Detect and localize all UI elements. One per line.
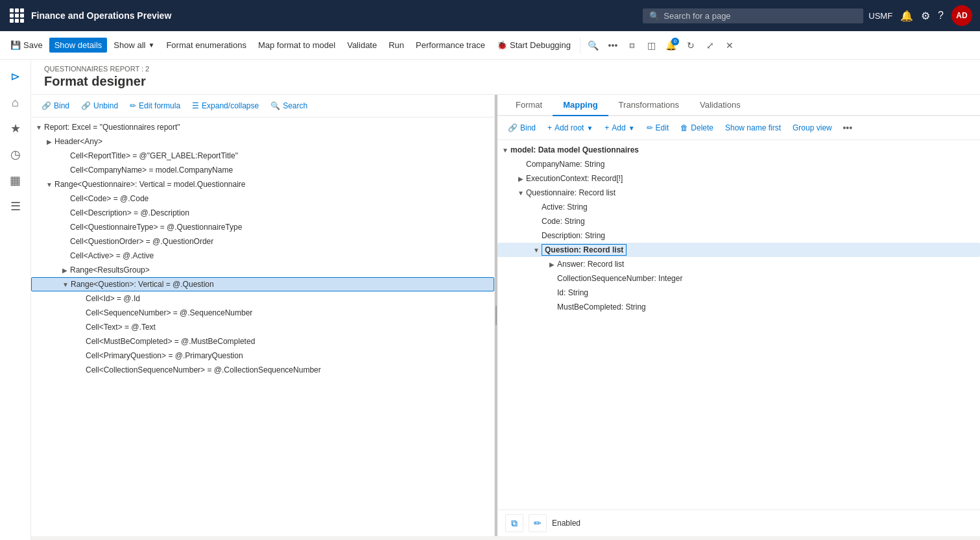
run-button[interactable]: Run	[383, 38, 409, 53]
toolbar-search-button[interactable]: 🔍	[584, 36, 603, 55]
toolbar-refresh-button[interactable]: ↻	[682, 36, 700, 55]
status-bar: ⧉ ✏ Enabled	[497, 509, 980, 536]
region-label: USMF	[868, 11, 892, 21]
show-all-button[interactable]: Show all ▼	[108, 38, 160, 53]
toolbar-close-button[interactable]: ✕	[721, 36, 739, 55]
tree-node-cell-description[interactable]: Cell<Description> = @.Description	[31, 206, 494, 220]
edit-formula-button[interactable]: ✏ Edit formula	[125, 99, 185, 113]
copy-button[interactable]: ⧉	[505, 514, 523, 532]
model-node-label: CompanyName: String	[526, 160, 604, 169]
model-toggle-exec[interactable]: ▶	[516, 173, 526, 184]
tree-toggle-root[interactable]: ▼	[34, 122, 44, 132]
nav-calendar-icon[interactable]: ▦	[4, 169, 27, 192]
save-button[interactable]: 💾 Save	[5, 38, 48, 53]
model-node-question[interactable]: ▼ Question: Record list	[497, 243, 980, 257]
delete-button-right[interactable]: 🗑 Delete	[675, 121, 719, 135]
tree-node-label: Cell<PrimaryQuestion> = @.PrimaryQuestio…	[86, 351, 243, 360]
performance-trace-button[interactable]: Performance trace	[411, 38, 490, 53]
model-node-description[interactable]: Description: String	[497, 228, 980, 243]
show-name-first-button[interactable]: Show name first	[720, 121, 786, 135]
tree-node-cell-seqnum[interactable]: Cell<SequenceNumber> = @.SequenceNumber	[31, 306, 494, 320]
tree-node-cell-qorder[interactable]: Cell<QuestionOrder> = @.QuestionOrder	[31, 234, 494, 249]
model-node-coll-seq[interactable]: CollectionSequenceNumber: Integer	[497, 271, 980, 286]
model-node-exec-context[interactable]: ▶ ExecutionContext: Record[!]	[497, 171, 980, 186]
tree-node-cell-company-name[interactable]: Cell<CompanyName> = model.CompanyName	[31, 163, 494, 177]
tree-node-cell-active[interactable]: Cell<Active> = @.Active	[31, 249, 494, 263]
tree-node-cell-coll-seq[interactable]: Cell<CollectionSequenceNumber> = @.Colle…	[31, 363, 494, 377]
global-search[interactable]: 🔍 Search for a page	[643, 8, 863, 23]
tree-node-range-questionnaire[interactable]: ▼ Range<Questionnaire>: Vertical = model…	[31, 177, 494, 191]
nav-filter-icon[interactable]: ⊳	[4, 65, 27, 88]
model-toggle-questionnaire[interactable]: ▼	[516, 188, 526, 198]
model-node-must-be-completed[interactable]: MustBeCompleted: String	[497, 300, 980, 314]
tree-node-cell-code[interactable]: Cell<Code> = @.Code	[31, 191, 494, 206]
nav-star-icon[interactable]: ★	[4, 117, 27, 140]
toolbar-expand-button[interactable]: ⤢	[701, 36, 719, 55]
nav-list-icon[interactable]: ☰	[4, 195, 27, 218]
toolbar-panel-button[interactable]: ◫	[643, 36, 661, 55]
tab-transformations[interactable]: Transformations	[608, 95, 689, 116]
toolbar-more-button[interactable]: •••	[604, 36, 622, 55]
tab-validations[interactable]: Validations	[689, 95, 751, 116]
tree-toggle-header[interactable]: ▶	[44, 136, 54, 147]
delete-icon-right: 🗑	[680, 123, 688, 132]
model-node-root[interactable]: ▼ model: Data model Questionnaires	[497, 143, 980, 157]
tree-toggle-range-questionnaire[interactable]: ▼	[44, 179, 54, 190]
tree-node-cell-primary-q[interactable]: Cell<PrimaryQuestion> = @.PrimaryQuestio…	[31, 349, 494, 363]
tree-node-range-question[interactable]: ▼ Range<Question>: Vertical = @.Question	[31, 277, 494, 291]
model-toggle-answer[interactable]: ▶	[547, 259, 557, 269]
nav-recent-icon[interactable]: ◷	[4, 143, 27, 166]
toolbar-badge-button[interactable]: 🔔0	[662, 36, 680, 55]
model-node-active[interactable]: Active: String	[497, 200, 980, 214]
help-icon[interactable]: ?	[938, 10, 944, 21]
toolbar-plugin-button[interactable]: ⧈	[623, 36, 641, 55]
edit-status-button[interactable]: ✏	[529, 514, 547, 532]
nav-home-icon[interactable]: ⌂	[4, 91, 27, 114]
model-node-company-name[interactable]: CompanyName: String	[497, 157, 980, 171]
start-debugging-button[interactable]: 🐞 Start Debugging	[492, 38, 576, 53]
validate-button[interactable]: Validate	[342, 38, 382, 53]
app-grid-button[interactable]	[8, 6, 26, 25]
unbind-button[interactable]: 🔗 Unbind	[76, 99, 123, 113]
edit-button-right[interactable]: ✏ Edit	[641, 121, 675, 135]
tree-toggle-question[interactable]: ▼	[60, 279, 71, 289]
tab-format[interactable]: Format	[505, 95, 553, 116]
model-toggle-question[interactable]: ▼	[531, 245, 542, 255]
map-format-button[interactable]: Map format to model	[253, 38, 341, 53]
right-more-button[interactable]: •••	[839, 119, 857, 137]
show-details-button[interactable]: Show details	[49, 38, 108, 53]
tree-node-root[interactable]: ▼ Report: Excel = "Questionnaires report…	[31, 120, 494, 134]
grid-icon	[10, 8, 24, 23]
model-node-questionnaire[interactable]: ▼ Questionnaire: Record list	[497, 186, 980, 200]
model-toggle-root[interactable]: ▼	[500, 145, 510, 155]
model-node-answer[interactable]: ▶ Answer: Record list	[497, 257, 980, 271]
model-node-code[interactable]: Code: String	[497, 214, 980, 228]
group-view-button[interactable]: Group view	[787, 121, 837, 135]
tree-node-label: Cell<CollectionSequenceNumber> = @.Colle…	[86, 365, 321, 374]
tree-node-cell-text[interactable]: Cell<Text> = @.Text	[31, 320, 494, 334]
tree-node-header[interactable]: ▶ Header<Any>	[31, 134, 494, 149]
expand-collapse-button[interactable]: ☰ Expand/collapse	[187, 99, 264, 113]
bind-button-right[interactable]: 🔗 Bind	[503, 121, 541, 135]
notification-icon[interactable]: 🔔	[900, 10, 913, 22]
right-tabs: Format Mapping Transformations Validatio…	[497, 95, 980, 116]
tree-node-range-results-group[interactable]: ▶ Range<ResultsGroup>	[31, 263, 494, 277]
tree-node-cell-report-title[interactable]: Cell<ReportTitle> = @"GER_LABEL:ReportTi…	[31, 149, 494, 163]
tree-node-cell-mustbe[interactable]: Cell<MustBeCompleted> = @.MustBeComplete…	[31, 334, 494, 349]
bind-button-left[interactable]: 🔗 Bind	[36, 99, 75, 113]
search-button-left[interactable]: 🔍 Search	[265, 99, 313, 113]
tree-node-cell-qtype[interactable]: Cell<QuestionnaireType> = @.Questionnair…	[31, 220, 494, 234]
model-node-label: CollectionSequenceNumber: Integer	[557, 274, 682, 283]
add-root-button[interactable]: + Add root ▼	[542, 121, 598, 135]
tab-mapping[interactable]: Mapping	[553, 95, 608, 116]
format-enumerations-button[interactable]: Format enumerations	[161, 38, 252, 53]
model-node-id[interactable]: Id: String	[497, 286, 980, 300]
model-node-label: MustBeCompleted: String	[557, 302, 646, 312]
user-avatar[interactable]: AD	[951, 5, 972, 26]
tree-node-cell-id[interactable]: Cell<Id> = @.Id	[31, 291, 494, 306]
settings-icon[interactable]: ⚙	[921, 10, 930, 22]
format-tree: ▼ Report: Excel = "Questionnaires report…	[31, 117, 494, 536]
add-button-right[interactable]: + Add ▼	[599, 121, 639, 135]
tree-toggle-results-group[interactable]: ▶	[60, 265, 70, 275]
model-toggle-empty	[547, 273, 557, 284]
